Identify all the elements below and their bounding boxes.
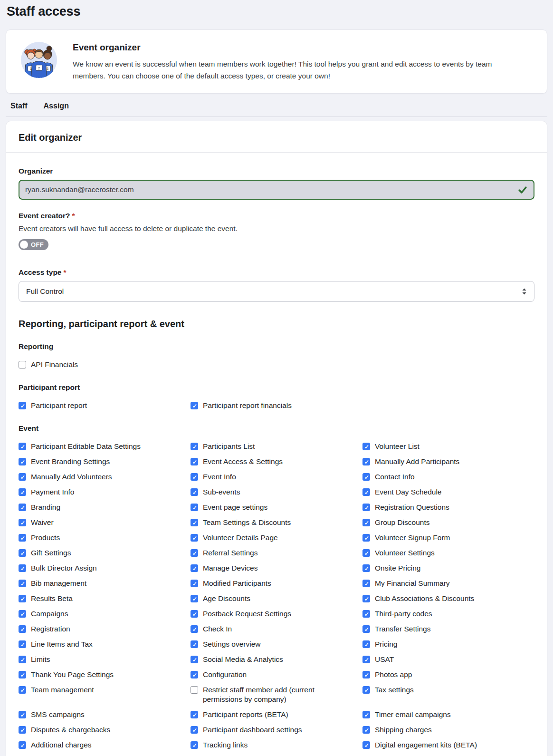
checkbox[interactable] — [362, 564, 370, 572]
checkbox-item[interactable]: Group Discounts — [362, 518, 534, 527]
checkbox-item[interactable]: Manually Add Participants — [362, 457, 534, 466]
checkbox[interactable] — [191, 443, 198, 450]
checkbox-item[interactable]: Check In — [191, 624, 362, 634]
checkbox[interactable] — [19, 595, 26, 602]
checkbox-item[interactable]: Volunteer Details Page — [191, 533, 362, 543]
checkbox[interactable] — [191, 741, 198, 749]
checkbox-item[interactable]: Additional charges — [19, 740, 191, 750]
checkbox[interactable] — [362, 741, 370, 749]
checkbox[interactable] — [19, 534, 26, 542]
tab-staff[interactable]: Staff — [10, 102, 28, 110]
checkbox-item[interactable]: Bulk Director Assign — [19, 563, 191, 573]
checkbox-item[interactable]: Referral Settings — [191, 548, 362, 558]
checkbox-item[interactable]: Results Beta — [19, 594, 191, 603]
checkbox-item[interactable]: Sub-events — [191, 487, 362, 497]
checkbox[interactable] — [362, 519, 370, 526]
checkbox-item[interactable]: Social Media & Analytics — [191, 655, 362, 664]
checkbox-item[interactable]: Disputes & chargebacks — [19, 725, 191, 735]
checkbox-item[interactable]: Participant reports (BETA) — [191, 710, 362, 719]
checkbox[interactable] — [191, 488, 198, 496]
checkbox[interactable] — [362, 534, 370, 542]
checkbox-item[interactable]: Event Branding Settings — [19, 457, 191, 466]
checkbox[interactable] — [19, 656, 26, 663]
checkbox[interactable] — [362, 656, 370, 663]
checkbox-item[interactable]: SMS campaigns — [19, 710, 191, 719]
checkbox-item[interactable]: Third-party codes — [362, 609, 534, 619]
checkbox-item[interactable]: Photos app — [362, 670, 534, 679]
checkbox[interactable] — [19, 741, 26, 749]
checkbox-item[interactable]: Manually Add Volunteers — [19, 472, 191, 482]
checkbox-item[interactable]: Postback Request Settings — [191, 609, 362, 619]
checkbox-item[interactable]: Digital engagement kits (BETA) — [362, 740, 534, 750]
checkbox-item[interactable]: Timer email campaigns — [362, 710, 534, 719]
checkbox-item[interactable]: Participant report financials — [191, 401, 362, 410]
checkbox[interactable] — [191, 711, 198, 718]
checkbox[interactable] — [191, 473, 198, 481]
checkbox[interactable] — [362, 640, 370, 648]
checkbox-item[interactable]: Onsite Pricing — [362, 563, 534, 573]
checkbox[interactable] — [362, 726, 370, 734]
checkbox-item[interactable]: Participant report — [19, 401, 191, 410]
checkbox[interactable] — [19, 610, 26, 618]
checkbox[interactable] — [19, 580, 26, 587]
checkbox[interactable] — [191, 580, 198, 587]
checkbox[interactable] — [362, 625, 370, 633]
checkbox-item[interactable]: USAT — [362, 655, 534, 664]
checkbox-item[interactable]: Event Day Schedule — [362, 487, 534, 497]
checkbox-item[interactable]: Branding — [19, 503, 191, 512]
checkbox-item[interactable]: Team management — [19, 685, 191, 695]
checkbox[interactable] — [191, 458, 198, 465]
checkbox[interactable] — [191, 625, 198, 633]
checkbox-item[interactable]: Thank You Page Settings — [19, 670, 191, 679]
checkbox[interactable] — [19, 564, 26, 572]
event-creator-toggle[interactable]: OFF — [19, 239, 48, 250]
checkbox-item[interactable]: Team Settings & Discounts — [191, 518, 362, 527]
checkbox-item[interactable]: Volunteer Settings — [362, 548, 534, 558]
checkbox-item[interactable]: Settings overview — [191, 640, 362, 649]
checkbox[interactable] — [19, 458, 26, 465]
checkbox[interactable] — [191, 726, 198, 734]
checkbox[interactable] — [19, 625, 26, 633]
checkbox[interactable] — [362, 488, 370, 496]
checkbox[interactable] — [19, 361, 26, 368]
checkbox[interactable] — [191, 686, 198, 694]
checkbox-item[interactable]: Pricing — [362, 640, 534, 649]
checkbox-item[interactable]: Registration Questions — [362, 503, 534, 512]
checkbox[interactable] — [191, 519, 198, 526]
checkbox-item[interactable]: Event page settings — [191, 503, 362, 512]
checkbox[interactable] — [362, 671, 370, 678]
checkbox[interactable] — [19, 549, 26, 557]
checkbox-item[interactable]: Age Discounts — [191, 594, 362, 603]
checkbox[interactable] — [19, 686, 26, 694]
checkbox[interactable] — [19, 402, 26, 409]
checkbox[interactable] — [191, 534, 198, 542]
checkbox[interactable] — [362, 549, 370, 557]
checkbox-item[interactable]: Configuration — [191, 670, 362, 679]
checkbox-item[interactable]: My Financial Summary — [362, 579, 534, 588]
checkbox[interactable] — [362, 610, 370, 618]
checkbox-item[interactable]: Manage Devices — [191, 563, 362, 573]
checkbox-item[interactable]: Event Access & Settings — [191, 457, 362, 466]
checkbox[interactable] — [362, 458, 370, 465]
checkbox[interactable] — [191, 504, 198, 511]
checkbox[interactable] — [362, 686, 370, 694]
checkbox[interactable] — [362, 504, 370, 511]
checkbox[interactable] — [362, 473, 370, 481]
organizer-input[interactable] — [19, 180, 534, 200]
checkbox-item[interactable]: API Financials — [19, 360, 191, 369]
checkbox-item[interactable]: Modified Participants — [191, 579, 362, 588]
checkbox-item[interactable]: Club Associations & Discounts — [362, 594, 534, 603]
checkbox-item[interactable]: Restrict staff member add (current permi… — [191, 685, 362, 704]
checkbox-item[interactable]: Products — [19, 533, 191, 543]
checkbox[interactable] — [191, 640, 198, 648]
checkbox[interactable] — [19, 504, 26, 511]
checkbox[interactable] — [19, 488, 26, 496]
checkbox-item[interactable]: Contact Info — [362, 472, 534, 482]
checkbox-item[interactable]: Bib management — [19, 579, 191, 588]
checkbox[interactable] — [362, 595, 370, 602]
checkbox[interactable] — [191, 610, 198, 618]
checkbox-item[interactable]: Participant Editable Data Settings — [19, 442, 191, 451]
checkbox[interactable] — [191, 564, 198, 572]
checkbox[interactable] — [19, 473, 26, 481]
checkbox-item[interactable]: Gift Settings — [19, 548, 191, 558]
